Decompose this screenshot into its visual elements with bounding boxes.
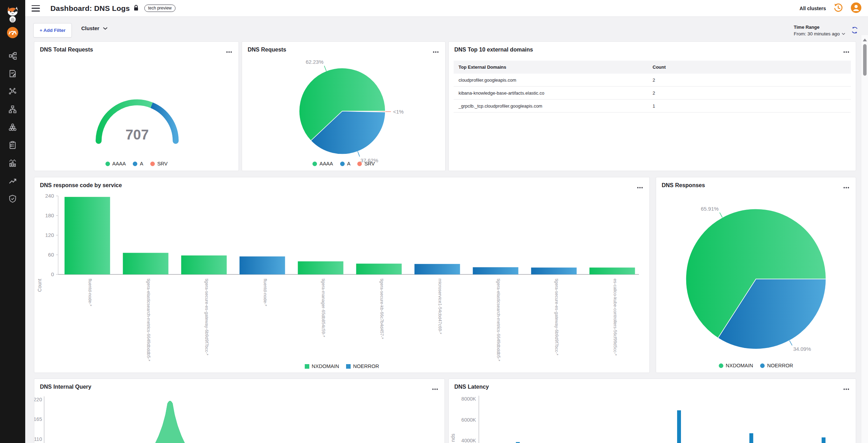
column-header: Count [653,64,846,70]
scrollbar-thumb[interactable] [863,44,867,76]
latency-bar[interactable] [822,437,826,443]
bar-nxdomain[interactable] [181,255,227,274]
panel-dns-requests: DNS Requests <1%37.62%62.23% AAAAASRV [242,41,446,171]
legend-swatch [760,363,765,368]
bar-x-label: tigera-elasticsearch-metrics-6649dbddb5-… [146,279,151,361]
area-chart: 220165110 [34,393,445,443]
bar-noerror[interactable] [240,257,285,274]
svg-text:220: 220 [34,397,42,402]
history-icon[interactable] [833,2,843,14]
legend-swatch [305,364,309,369]
shield-check-icon[interactable] [0,194,25,203]
bar-stats-icon[interactable] [0,158,25,168]
cluster-dropdown[interactable]: Cluster [81,25,108,31]
scrollbar-up-arrow[interactable] [863,39,867,41]
clipboard-icon[interactable] [0,141,25,150]
bar-nxdomain[interactable] [298,261,343,274]
cluster-dropdown-label: Cluster [81,25,99,31]
vertical-scrollbar[interactable] [861,35,868,443]
svg-text:120: 120 [45,232,54,238]
panel-dns-top-external-domains: DNS Top 10 external domains Top External… [448,41,856,171]
legend-item-a[interactable]: A [340,161,351,166]
sidebar [0,0,25,443]
svg-text:240: 240 [45,193,54,199]
bar-noerror[interactable] [531,267,577,274]
topology-icon[interactable] [0,51,25,60]
page-title: Dashboard: DNS Logs [50,4,130,13]
bar-nxdomain[interactable] [356,264,402,274]
hamburger-menu-icon[interactable] [32,5,40,12]
user-avatar-icon[interactable] [850,2,862,15]
gauge-chart: 707 [34,56,239,161]
chevron-down-icon [842,33,845,35]
legend-item-nxdomain[interactable]: NXDOMAIN [719,363,753,368]
legend-item-nxdomain[interactable]: NXDOMAIN [305,363,339,369]
table-row: kibana-knowledge-base-artifacts.elastic.… [454,87,851,100]
panel-menu-button[interactable] [842,47,850,56]
area-series-spike[interactable] [154,401,186,443]
chart-legend: NXDOMAINNOERROR [34,363,649,369]
sitemap-icon[interactable] [0,105,25,114]
top-header: Dashboard: DNS Logs tech preview All clu… [25,0,868,17]
tech-preview-badge: tech preview [144,5,175,12]
bar-noerror[interactable] [414,264,460,274]
legend-label: AAAA [319,161,333,166]
trend-up-icon[interactable] [0,176,25,185]
legend-label: NXDOMAIN [726,363,753,368]
svg-text:0: 0 [51,271,54,277]
pie-slice-label: 65.91% [701,206,719,212]
bar-x-label: microservice1-54cbd47c69-* [438,279,442,334]
count-cell: 2 [653,77,846,83]
bar-x-label: tigera-elasticsearch-metrics-6649dbddb5-… [496,279,501,361]
chart-legend: AAAAASRV [242,161,445,166]
panel-menu-button[interactable] [636,182,644,191]
legend-item-noerror[interactable]: NOERROR [760,363,793,368]
svg-text:4000K: 4000K [461,438,476,443]
svg-text:165: 165 [34,416,42,422]
legend-label: A [140,161,143,166]
service-graph-icon[interactable] [0,87,25,96]
cluster-circles-icon[interactable] [0,123,25,132]
refresh-icon[interactable] [850,26,859,36]
legend-item-a[interactable]: A [133,161,143,166]
bar-nxdomain[interactable] [590,267,635,274]
table-header-row: Top External DomainsCount [454,61,851,74]
legend-item-srv[interactable]: SRV [357,161,375,166]
legend-item-aaaa[interactable]: AAAA [312,161,333,166]
legend-item-noerror[interactable]: NOERROR [346,363,379,369]
panel-title: DNS response code by service [40,182,122,189]
latency-bar[interactable] [749,433,753,443]
panel-menu-button[interactable] [842,384,850,393]
panel-dns-latency: DNS Latency 8000K6000K4000Knds [448,379,856,443]
lock-icon [133,5,139,12]
domain-cell: cloudprofiler.googleapis.com [459,77,653,83]
pie-slice-label: 34.09% [793,346,811,352]
calico-cat-logo[interactable] [0,5,25,23]
dashboard-gauge-icon[interactable] [0,27,25,39]
panel-menu-button[interactable] [431,384,439,393]
panel-title: DNS Total Requests [40,47,93,53]
add-filter-button[interactable]: + Add Filter [33,23,72,38]
bar-x-label: tigera-secure-kb-66c7b4d457-* [379,279,384,339]
svg-text:60: 60 [48,252,54,258]
legend-item-aaaa[interactable]: AAAA [105,161,126,166]
time-range-value[interactable]: From: 30 minutes ago [794,31,845,36]
panel-title: DNS Latency [454,384,489,390]
bar-chart: 240180120600Countfluentd-node-*tigera-el… [34,191,649,361]
panel-menu-button[interactable] [225,47,233,56]
latency-bar[interactable] [677,410,681,443]
bar-x-label: tigera-secure-es-gateway-6b9d9f7bcc-* [204,279,209,355]
bar-noerror[interactable] [473,267,518,274]
table-row: cloudprofiler.googleapis.com2 [454,74,851,87]
svg-text:110: 110 [34,436,42,442]
bar-x-label: fluentd-node-* [263,279,268,306]
svg-text:8000K: 8000K [461,396,476,402]
report-edit-icon[interactable] [0,69,25,78]
chart-legend: AAAAASRV [34,161,239,166]
svg-text:6000K: 6000K [461,417,476,423]
legend-item-srv[interactable]: SRV [150,161,168,166]
bar-nxdomain[interactable] [64,197,110,274]
domain-cell: _grpclb._tcp.cloudprofiler.googleapis.co… [459,103,653,109]
legend-label: NOERROR [767,363,793,368]
bar-nxdomain[interactable] [123,253,168,274]
